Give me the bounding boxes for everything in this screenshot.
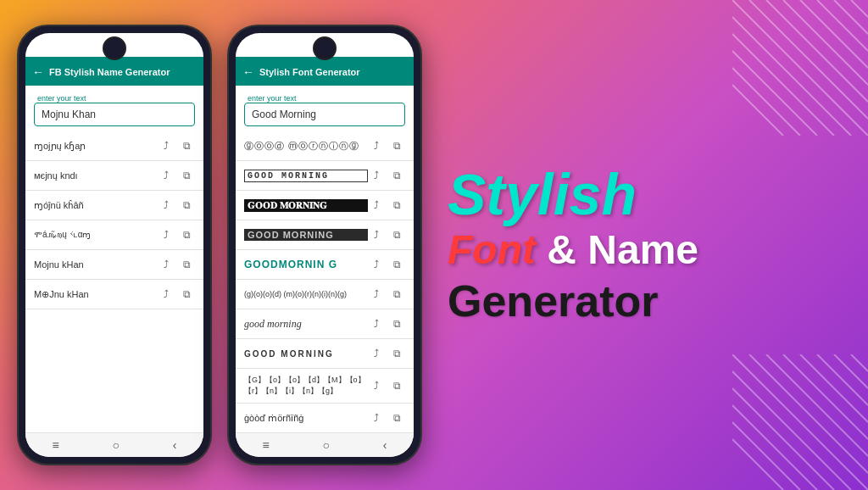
result-actions: ⤴ ⧉ — [368, 315, 405, 332]
list-item: ġòòď ṁörñïñġ ⤴ ⧉ — [236, 404, 414, 432]
copy-icon[interactable]: ⧉ — [388, 286, 405, 303]
result-actions: ⤴ ⧉ — [368, 377, 405, 394]
result-text: GOODMORNIN G — [244, 259, 368, 270]
result-text: ġòòď ṁörñïñġ — [244, 413, 368, 424]
result-actions: ⤴ ⧉ — [158, 226, 195, 243]
share-icon[interactable]: ⤴ — [368, 409, 385, 426]
list-item: 【G】【o】【o】【d】【M】【o】【r】【n】【i】【n】【g】 ⤴ ⧉ — [236, 369, 414, 404]
copy-icon[interactable]: ⧉ — [388, 256, 405, 273]
share-icon[interactable]: ⤴ — [368, 345, 385, 362]
brand-font-word: Font — [448, 227, 536, 272]
list-item: (g)(o)(o)(d) (m)(o)(r)(n)(i)(n)(g) ⤴ ⧉ — [236, 280, 414, 309]
right-branding: Stylish Font & Name Generator — [422, 163, 868, 328]
copy-icon[interactable]: ⧉ — [388, 345, 405, 362]
share-icon[interactable]: ⤴ — [368, 256, 385, 273]
phone1-title: FB Stylish Name Generator — [49, 67, 170, 77]
phones-container: ← FB Stylish Name Generator enter your t… — [0, 25, 422, 465]
share-icon[interactable]: ⤴ — [158, 286, 175, 303]
phone1-nav: ≡ ○ ‹ — [25, 432, 203, 457]
copy-icon[interactable]: ⧉ — [388, 377, 405, 394]
copy-icon[interactable]: ⧉ — [178, 286, 195, 303]
phone2-input-label: enter your text — [246, 94, 407, 103]
svg-line-22 — [732, 405, 817, 490]
svg-line-23 — [732, 354, 868, 490]
list-item: мєjnų kndι ⤴ ⧉ — [25, 161, 203, 191]
svg-line-20 — [732, 371, 851, 490]
copy-icon[interactable]: ⧉ — [388, 226, 405, 243]
phone2-title: Stylish Font Generator — [259, 67, 360, 77]
result-actions: ⤴ ⧉ — [158, 167, 195, 184]
svg-line-24 — [732, 422, 800, 490]
copy-icon[interactable]: ⧉ — [178, 256, 195, 273]
phone1-results-list: ɱojɲų kɧaɲ ⤴ ⧉ мєjnų kndι ⤴ ⧉ ɱóĵnü kĥâñ — [25, 131, 203, 432]
copy-icon[interactable]: ⧉ — [388, 167, 405, 184]
result-text: Mojnu kHan — [34, 259, 158, 270]
copy-icon[interactable]: ⧉ — [388, 197, 405, 214]
phone1-camera — [103, 36, 126, 60]
copy-icon[interactable]: ⧉ — [388, 315, 405, 332]
svg-line-5 — [749, 0, 868, 119]
result-text: ⓖⓞⓞⓓ ⓜⓞⓡⓝⓘⓝⓖ — [244, 140, 368, 153]
svg-line-16 — [766, 354, 868, 456]
list-item: GOOD MORNING ⤴ ⧉ — [236, 161, 414, 191]
phone2-home-button[interactable]: ○ — [323, 438, 330, 452]
share-icon[interactable]: ⤴ — [158, 197, 175, 214]
svg-line-11 — [732, 68, 800, 136]
share-icon[interactable]: ⤴ — [368, 167, 385, 184]
copy-icon[interactable]: ⧉ — [178, 137, 195, 154]
result-text: (g)(o)(o)(d) (m)(o)(r)(n)(i)(n)(g) — [244, 290, 368, 298]
list-item: Mojnu kHan ⤴ ⧉ — [25, 250, 203, 280]
copy-icon[interactable]: ⧉ — [388, 137, 405, 154]
result-actions: ⤴ ⧉ — [368, 286, 405, 303]
result-actions: ⤴ ⧉ — [158, 197, 195, 214]
share-icon[interactable]: ⤴ — [368, 226, 385, 243]
svg-line-18 — [749, 354, 868, 473]
result-actions: ⤴ ⧉ — [368, 345, 405, 362]
share-icon[interactable]: ⤴ — [368, 286, 385, 303]
list-item: ɱóĵnü kĥâñ ⤴ ⧉ — [25, 191, 203, 220]
svg-line-19 — [851, 354, 868, 371]
svg-line-1 — [783, 0, 868, 85]
list-item: M⊕Jnu kHan ⤴ ⧉ — [25, 280, 203, 309]
copy-icon[interactable]: ⧉ — [388, 409, 405, 426]
svg-line-0 — [800, 0, 868, 68]
phone2-input-field[interactable]: Good Morning — [244, 103, 405, 126]
share-icon[interactable]: ⤴ — [158, 226, 175, 243]
result-text: ሞá.ꝳ̃ɱų ˂ʟαɱ — [34, 230, 158, 240]
brand-and-name: & Name — [536, 227, 698, 272]
phone2-menu-button[interactable]: ≡ — [262, 438, 269, 452]
share-icon[interactable]: ⤴ — [368, 377, 385, 394]
copy-icon[interactable]: ⧉ — [178, 226, 195, 243]
phone2-back-button[interactable]: ← — [242, 65, 254, 79]
share-icon[interactable]: ⤴ — [158, 137, 175, 154]
phone2-back-nav-button[interactable]: ‹ — [383, 438, 387, 452]
phone2-nav: ≡ ○ ‹ — [236, 432, 414, 457]
result-text: M⊕Jnu kHan — [34, 289, 158, 300]
phone1-back-nav-button[interactable]: ‹ — [173, 438, 177, 452]
result-text: GOOD MORNING — [244, 170, 368, 182]
phone1-home-button[interactable]: ○ — [113, 438, 120, 452]
phone1-header: ← FB Stylish Name Generator — [25, 57, 203, 86]
brand-generator: Generator — [448, 275, 659, 327]
svg-line-7 — [732, 17, 851, 136]
share-icon[interactable]: ⤴ — [368, 315, 385, 332]
phone1-back-button[interactable]: ← — [32, 65, 44, 79]
result-text: GOOD MORNING — [244, 229, 368, 241]
list-item: good morning ⤴ ⧉ — [236, 309, 414, 339]
svg-line-14 — [783, 354, 868, 439]
phone1-input-label: enter your text — [36, 94, 197, 103]
result-text: ɱojɲų kɧaɲ — [34, 141, 158, 152]
copy-icon[interactable]: ⧉ — [178, 197, 195, 214]
phone1-input-field[interactable]: Mojnu Khan — [34, 103, 195, 126]
svg-line-9 — [732, 51, 817, 136]
share-icon[interactable]: ⤴ — [158, 256, 175, 273]
svg-line-10 — [732, 0, 868, 136]
phone2-header: ← Stylish Font Generator — [236, 57, 414, 86]
share-icon[interactable]: ⤴ — [368, 137, 385, 154]
share-icon[interactable]: ⤴ — [158, 167, 175, 184]
share-icon[interactable]: ⤴ — [368, 197, 385, 214]
brand-font-name: Font & Name — [448, 226, 698, 275]
copy-icon[interactable]: ⧉ — [178, 167, 195, 184]
phone1-menu-button[interactable]: ≡ — [52, 438, 58, 452]
list-item: GOOD MORNING ⤴ ⧉ — [236, 339, 414, 369]
